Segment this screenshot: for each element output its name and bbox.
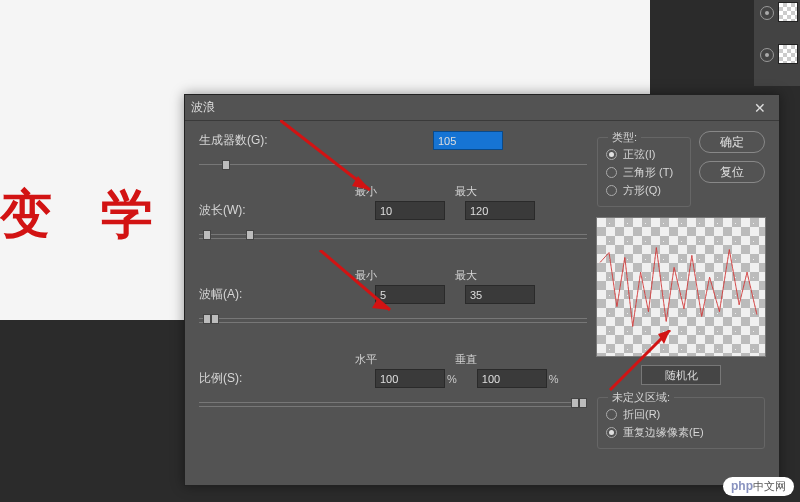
watermark: php中文网 [723,477,794,496]
min-label: 最小 [355,268,425,283]
undefined-wrap-radio[interactable]: 折回(R) [606,407,756,422]
wavelength-max-input[interactable]: 120 [465,201,535,220]
radio-icon [606,149,617,160]
amplitude-min-input[interactable]: 5 [375,285,445,304]
scale-slider[interactable] [199,396,587,410]
ok-button[interactable]: 确定 [699,131,765,153]
amplitude-max-input[interactable]: 35 [465,285,535,304]
max-label: 最大 [455,184,525,199]
undefined-repeat-radio[interactable]: 重复边缘像素(E) [606,425,756,440]
horiz-label: 水平 [355,352,425,367]
canvas-red-text: 变 学 [0,180,171,250]
scale-vert-input[interactable]: 100 [477,369,547,388]
undefined-legend: 未定义区域: [608,390,674,405]
generators-slider[interactable] [199,158,587,172]
type-triangle-radio[interactable]: 三角形 (T) [606,165,682,180]
wavelength-min-input[interactable]: 10 [375,201,445,220]
vert-label: 垂直 [455,352,525,367]
min-label: 最小 [355,184,425,199]
reset-button[interactable]: 复位 [699,161,765,183]
generators-input[interactable]: 105 [433,131,503,150]
radio-icon [606,167,617,178]
wavelength-slider[interactable] [199,228,587,242]
amplitude-slider[interactable] [199,312,587,326]
layer-thumbnail[interactable] [778,2,798,22]
randomize-button[interactable]: 随机化 [641,365,721,385]
watermark-cn: 中文网 [753,480,786,492]
type-square-radio[interactable]: 方形(Q) [606,183,682,198]
dialog-titlebar[interactable]: 波浪 ✕ [185,95,779,121]
amplitude-label: 波幅(A): [199,286,277,303]
max-label: 最大 [455,268,525,283]
radio-icon [606,185,617,196]
wave-preview [596,217,766,357]
percent-unit: % [447,373,457,385]
wavelength-label: 波长(W): [199,202,277,219]
scale-label: 比例(S): [199,370,277,387]
layers-panel [754,0,800,86]
type-legend: 类型: [608,130,641,145]
radio-icon [606,409,617,420]
type-sine-radio[interactable]: 正弦(I) [606,147,682,162]
percent-unit: % [549,373,559,385]
radio-icon [606,427,617,438]
wave-dialog: 波浪 ✕ 生成器数(G): 105 最小 最大 [184,94,780,486]
watermark-php: php [731,479,753,493]
generators-label: 生成器数(G): [199,132,277,149]
layer-visibility-icon[interactable] [760,48,774,62]
dialog-title: 波浪 [191,99,747,116]
layer-visibility-icon[interactable] [760,6,774,20]
layer-thumbnail[interactable] [778,44,798,64]
close-icon[interactable]: ✕ [747,95,773,121]
scale-horiz-input[interactable]: 100 [375,369,445,388]
